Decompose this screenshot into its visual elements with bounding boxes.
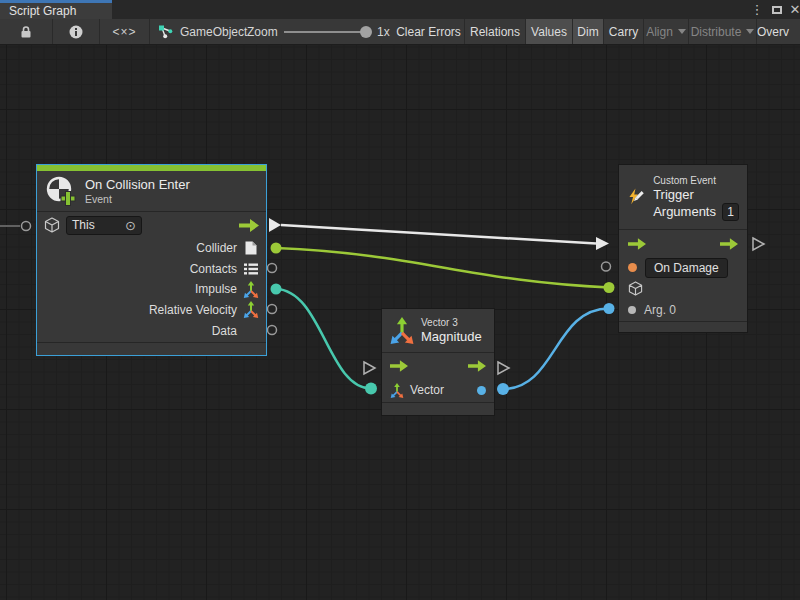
port-data-out[interactable] [268, 326, 277, 335]
flow-arrow-icon [468, 360, 486, 372]
row-event-name: On Damage [619, 257, 747, 278]
edge-flow-collision-to-trigger[interactable] [281, 225, 596, 244]
vector3-axes-icon [243, 281, 259, 298]
arguments-count-field[interactable]: 1 [722, 203, 739, 221]
info-icon [69, 25, 83, 39]
code-view-button[interactable]: <×> [100, 19, 150, 44]
node-vector3-magnitude[interactable]: Vector 3 Magnitude Vector [381, 308, 495, 416]
row-target [619, 278, 747, 299]
port-magnitude-out[interactable] [497, 383, 509, 395]
node-category: Custom Event [653, 174, 739, 187]
row-collider: Collider [37, 238, 266, 258]
port-collision-flow-out[interactable] [269, 218, 281, 232]
node-footer [619, 321, 747, 332]
node-footer [37, 342, 266, 355]
port-vector-in[interactable] [365, 383, 377, 395]
row-contacts: Contacts [37, 258, 266, 279]
arrowhead-trigger-flow-in[interactable] [596, 237, 609, 250]
node-title: Magnitude [421, 329, 482, 345]
tab-bar: Script Graph ⋮ ✕ [0, 0, 800, 19]
dim-button[interactable]: Dim [573, 19, 604, 44]
value-port-icon [628, 306, 636, 314]
node-on-collision-enter[interactable]: On Collision Enter Event This ⊙ [36, 164, 267, 356]
row-vector-input: Vector [382, 379, 494, 401]
vector3-axes-icon [389, 317, 415, 344]
close-icon[interactable]: ✕ [786, 0, 800, 19]
edge-magnitude-to-arg0[interactable] [503, 309, 609, 390]
distribute-button[interactable]: Distribute [689, 19, 757, 44]
graph-toolbar: <×> GameObject Zoom 1x Clear Errors Rela… [0, 19, 800, 45]
list-icon [244, 263, 258, 275]
flow-arrow-icon [628, 238, 646, 250]
node-title: Trigger [653, 187, 739, 203]
zoom-value: 1x [377, 19, 390, 44]
node-trigger-custom-event[interactable]: Custom Event Trigger Arguments 1 On Dama… [618, 164, 748, 333]
row-impulse: Impulse [37, 279, 266, 299]
chevron-down-icon [746, 29, 754, 34]
window-menu-icon[interactable]: ⋮ [748, 0, 766, 19]
port-trigger-flow-out[interactable] [753, 238, 764, 250]
row-arg0: Arg. 0 [619, 299, 747, 320]
gameobject-label: GameObject [180, 25, 247, 39]
vector3-axes-icon [390, 383, 404, 398]
string-port-icon [628, 263, 637, 272]
flow-arrow-icon [720, 238, 738, 250]
port-magnitude-flow-out[interactable] [498, 362, 509, 374]
tab-title: Script Graph [9, 4, 76, 18]
relations-button[interactable]: Relations [465, 19, 526, 44]
overview-button[interactable]: Overv [757, 19, 800, 44]
cube-icon [628, 281, 643, 296]
code-icon: <×> [112, 25, 136, 39]
document-icon [245, 241, 257, 255]
float-port-icon [477, 386, 486, 395]
edge-impulse-to-vector[interactable] [276, 289, 371, 389]
edge-collider-to-gameobject[interactable] [276, 248, 609, 288]
node-subtitle: Event [85, 193, 190, 206]
zoom-label: Zoom [247, 19, 278, 44]
port-magnitude-flow-in[interactable] [364, 362, 375, 374]
port-contacts-out[interactable] [268, 264, 277, 273]
cube-icon [44, 217, 60, 233]
port-arg0-in[interactable] [604, 303, 615, 314]
node-category: Vector 3 [421, 316, 482, 329]
zoom-slider-handle[interactable] [360, 26, 372, 38]
flow-arrow-icon [390, 360, 408, 372]
flow-arrow-icon [239, 219, 259, 232]
gameobject-breadcrumb[interactable]: GameObject [158, 19, 247, 44]
object-picker-icon[interactable]: ⊙ [125, 219, 136, 232]
port-event-name-in[interactable] [602, 262, 611, 271]
unity-script-graph-window: Script Graph ⋮ ✕ <×> [0, 0, 800, 600]
vector3-axes-icon [243, 301, 259, 318]
lock-button[interactable] [0, 19, 53, 44]
node-footer [382, 402, 494, 415]
port-impulse-out[interactable] [271, 284, 282, 295]
event-name-field[interactable]: On Damage [645, 258, 728, 278]
row-trigger-flow [619, 230, 747, 257]
lock-icon [20, 25, 32, 39]
row-relative-velocity: Relative Velocity [37, 299, 266, 320]
collision-event-icon [45, 175, 77, 207]
tab-script-graph[interactable]: Script Graph [0, 0, 112, 19]
row-data: Data [37, 320, 266, 341]
row-magnitude-flow [382, 353, 494, 379]
zoom-slider[interactable] [284, 31, 368, 33]
graph-canvas[interactable]: On Collision Enter Event This ⊙ [0, 45, 800, 600]
port-relative-velocity-out[interactable] [268, 305, 277, 314]
custom-event-icon [627, 182, 645, 212]
chevron-down-icon [678, 29, 686, 34]
maximize-icon[interactable] [768, 0, 786, 19]
values-button[interactable]: Values [526, 19, 573, 44]
carry-button[interactable]: Carry [604, 19, 644, 44]
port-trigger-target-in[interactable] [604, 282, 615, 293]
port-self-input[interactable] [22, 222, 31, 231]
node-title: On Collision Enter [85, 177, 190, 193]
inspect-button[interactable] [53, 19, 100, 44]
port-collider-out[interactable] [271, 243, 282, 254]
row-self-target: This ⊙ [37, 212, 266, 238]
clear-errors-button[interactable]: Clear Errors [393, 19, 465, 44]
arguments-label: Arguments [653, 204, 716, 220]
gameobject-graph-icon [158, 25, 173, 39]
align-button[interactable]: Align [644, 19, 689, 44]
target-field[interactable]: This ⊙ [66, 216, 142, 235]
